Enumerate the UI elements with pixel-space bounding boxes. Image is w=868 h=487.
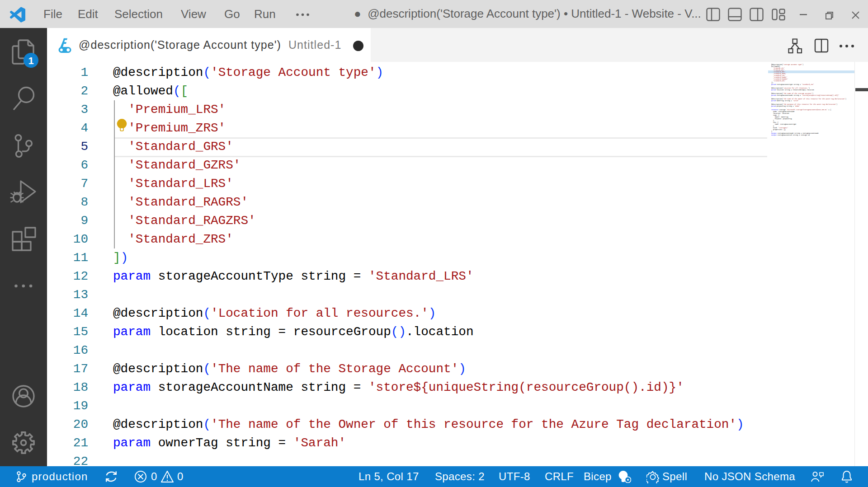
- svg-text:1: 1: [28, 55, 33, 66]
